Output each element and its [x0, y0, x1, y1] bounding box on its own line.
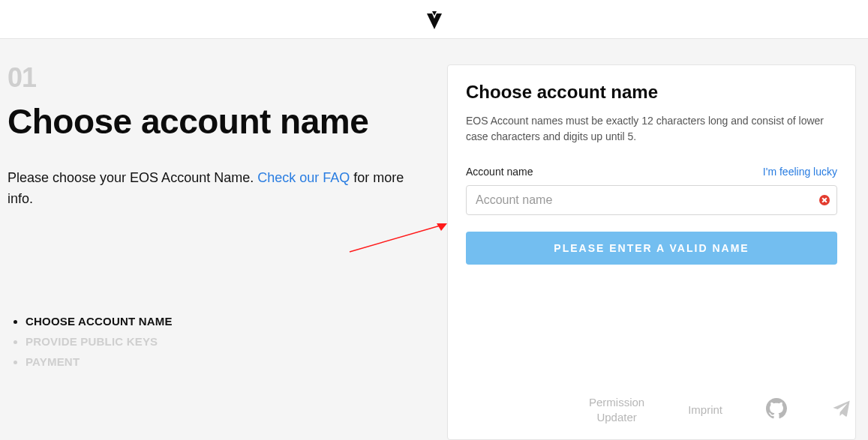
brand-logo-icon	[423, 8, 446, 31]
footer-permission-updater[interactable]: Permission Updater	[589, 395, 644, 426]
account-name-input[interactable]	[466, 185, 837, 215]
footer: Permission Updater Imprint	[589, 395, 851, 426]
subtext-before: Please choose your EOS Account Name.	[8, 170, 257, 185]
github-icon[interactable]	[766, 398, 787, 422]
card-description: EOS Account names must be exactly 12 cha…	[466, 113, 837, 145]
step-provide-keys[interactable]: PROVIDE PUBLIC KEYS	[26, 335, 413, 348]
svg-marker-1	[432, 11, 437, 16]
step-choose-account[interactable]: CHOOSE ACCOUNT NAME	[26, 315, 413, 328]
error-icon	[819, 195, 830, 205]
svg-marker-3	[437, 223, 447, 231]
step-number: 01	[8, 64, 413, 91]
feeling-lucky-link[interactable]: I'm feeling lucky	[763, 166, 837, 178]
faq-link[interactable]: Check our FAQ	[257, 170, 350, 185]
main-area: 01 Choose account name Please choose you…	[0, 39, 868, 440]
left-column: 01 Choose account name Please choose you…	[8, 64, 413, 440]
account-card: Choose account name EOS Account names mu…	[447, 64, 856, 440]
account-name-label: Account name	[466, 166, 533, 178]
account-name-input-wrap	[466, 185, 837, 215]
submit-button[interactable]: PLEASE ENTER A VALID NAME	[466, 232, 837, 265]
field-row: Account name I'm feeling lucky	[466, 166, 837, 178]
page-title: Choose account name	[8, 103, 413, 139]
step-payment[interactable]: PAYMENT	[26, 355, 413, 368]
topbar	[0, 0, 868, 39]
steps-list: CHOOSE ACCOUNT NAME PROVIDE PUBLIC KEYS …	[8, 315, 413, 368]
footer-imprint[interactable]: Imprint	[688, 403, 722, 418]
page-subtext: Please choose your EOS Account Name. Che…	[8, 168, 413, 210]
svg-marker-0	[427, 13, 442, 29]
telegram-icon[interactable]	[830, 398, 851, 422]
card-title: Choose account name	[466, 82, 837, 103]
